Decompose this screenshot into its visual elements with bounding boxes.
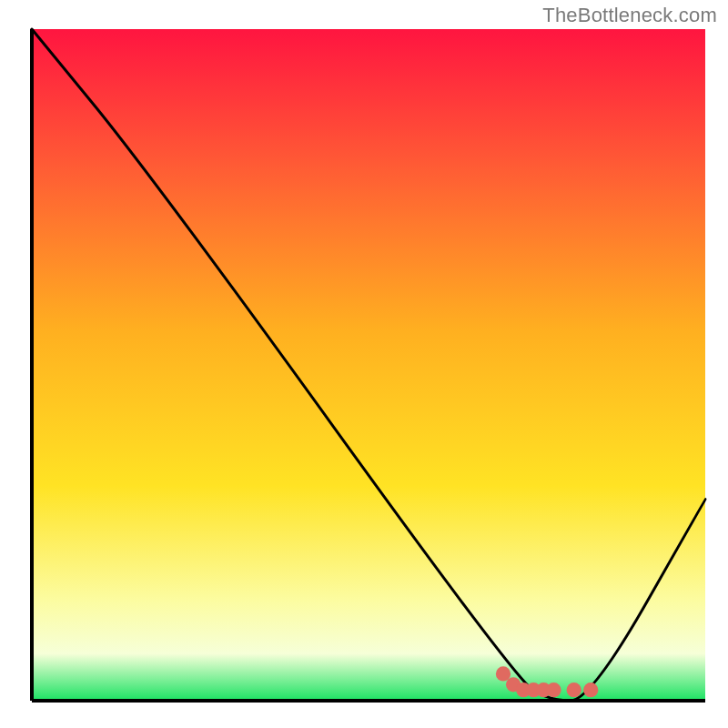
chart-container: TheBottleneck.com: [0, 0, 728, 728]
marker-dot: [567, 682, 581, 697]
marker-dot: [546, 682, 561, 697]
plot-background: [32, 29, 705, 701]
marker-dot: [496, 666, 511, 681]
marker-dot: [583, 682, 598, 697]
bottleneck-curve-chart: [0, 0, 728, 728]
